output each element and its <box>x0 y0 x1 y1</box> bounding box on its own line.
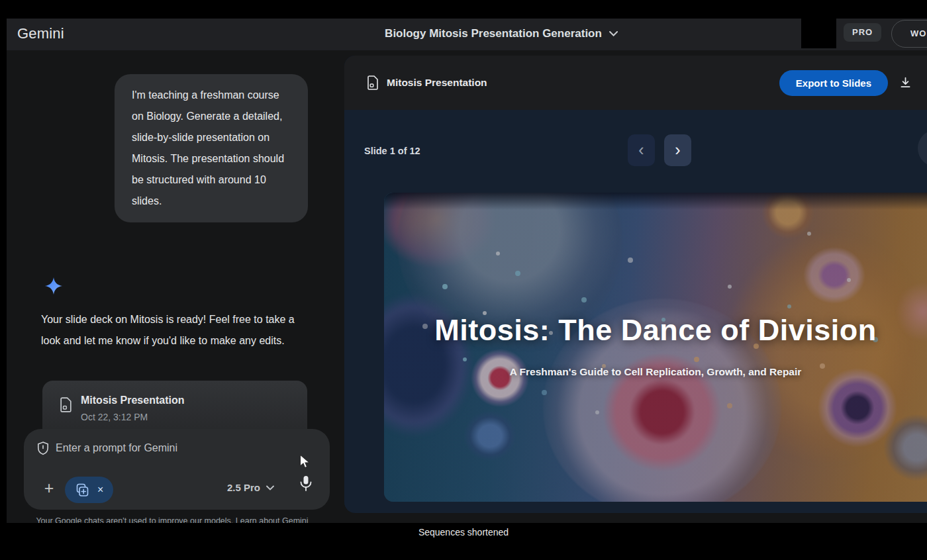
letterbox-top <box>0 0 927 19</box>
chevron-down-icon <box>266 485 274 490</box>
slide-preview: Mitosis: The Dance of Division A Freshma… <box>384 193 927 502</box>
export-to-slides-button[interactable]: Export to Slides <box>779 70 888 96</box>
artifact-timestamp: Oct 22, 3:12 PM <box>81 412 148 422</box>
top-nav: Gemini Biology Mitosis Presentation Gene… <box>7 19 927 50</box>
shield-icon <box>37 442 49 455</box>
canvas-chip[interactable]: × <box>65 477 113 503</box>
previous-slide-button[interactable]: ‹ <box>628 134 655 166</box>
assistant-message: Your slide deck on Mitosis is ready! Fee… <box>41 309 311 351</box>
gemini-app: Gemini Biology Mitosis Presentation Gene… <box>7 19 927 523</box>
slide-title: Mitosis: The Dance of Division <box>384 313 927 348</box>
slide-subtitle: A Freshman's Guide to Cell Replication, … <box>384 366 927 378</box>
panel-title: Mitosis Presentation <box>387 77 487 89</box>
workspace-badge[interactable]: WORK <box>891 20 927 48</box>
model-selector[interactable]: 2.5 Pro <box>227 482 274 493</box>
conversation-title: Biology Mitosis Presentation Generation <box>385 27 602 40</box>
slide-counter: Slide 1 of 12 <box>364 146 420 156</box>
document-icon <box>60 397 72 412</box>
prompt-input[interactable] <box>56 440 274 457</box>
model-label: 2.5 Pro <box>227 482 260 493</box>
pro-badge: PRO <box>844 23 881 42</box>
artifact-title: Mitosis Presentation <box>81 395 184 406</box>
chip-close-icon[interactable]: × <box>97 484 103 496</box>
user-message-bubble: I'm teaching a freshman course on Biolog… <box>115 74 308 222</box>
download-icon[interactable] <box>899 75 912 89</box>
panel-edge-button[interactable] <box>918 130 927 167</box>
mouse-cursor <box>299 454 311 469</box>
document-icon <box>367 75 379 90</box>
prompt-composer: + × 2.5 Pro <box>24 429 330 510</box>
video-caption: Sequences shortened <box>0 527 927 537</box>
chevron-down-icon <box>609 31 618 36</box>
letterbox-left <box>0 0 7 560</box>
next-slide-button[interactable]: › <box>664 134 691 166</box>
conversation-title-dropdown[interactable]: Biology Mitosis Presentation Generation <box>385 27 618 40</box>
canvas-icon <box>75 483 89 497</box>
privacy-disclaimer: Your Google chats aren't used to improve… <box>20 516 324 523</box>
panel-header: Mitosis Presentation Export to Slides <box>344 56 927 110</box>
mic-icon[interactable] <box>299 475 313 493</box>
redacted-block <box>801 19 836 48</box>
add-attachment-button[interactable]: + <box>38 478 60 499</box>
gemini-sparkle-icon <box>45 277 62 295</box>
video-frame: Gemini Biology Mitosis Presentation Gene… <box>0 0 927 560</box>
presentation-panel: Mitosis Presentation Export to Slides Sl… <box>344 56 927 513</box>
gemini-logo[interactable]: Gemini <box>17 25 64 42</box>
